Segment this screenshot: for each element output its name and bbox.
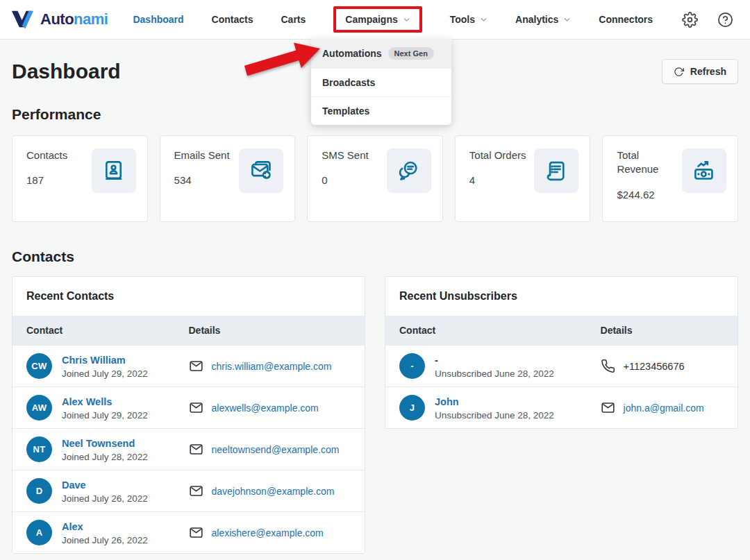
performance-cards: Contacts187Emails Sent534SMS Sent0Total … xyxy=(12,135,738,222)
stat-card-icon-box xyxy=(682,149,726,193)
top-navigation-bar: Autonami DashboardContactsCartsCampaigns… xyxy=(0,0,750,40)
contact-name-link[interactable]: Alex Wells xyxy=(62,396,112,407)
nav-item-analytics[interactable]: Analytics xyxy=(515,14,571,25)
contact-detail-value[interactable]: john.a@gmail.com xyxy=(624,402,704,414)
contact-subtext: Joined July 29, 2022 xyxy=(62,368,148,379)
column-header-details: Details xyxy=(601,325,724,336)
dropdown-item-label: Templates xyxy=(322,105,369,117)
nav-item-campaigns[interactable]: Campaigns xyxy=(345,14,410,25)
refresh-button[interactable]: Refresh xyxy=(662,59,738,84)
recent-contacts-panel: Recent ContactsContactDetailsCWChris Wil… xyxy=(12,276,365,554)
page-title: Dashboard xyxy=(12,60,121,83)
contact-name-link[interactable]: Neel Townsend xyxy=(62,438,135,449)
nav-item-tools[interactable]: Tools xyxy=(450,14,488,25)
mail-icon xyxy=(189,359,203,373)
nav-item-dashboard[interactable]: Dashboard xyxy=(133,14,183,25)
dropdown-item-templates[interactable]: Templates xyxy=(311,96,451,125)
stat-card-label: Total Revenue xyxy=(617,149,676,177)
stat-card-value: 534 xyxy=(174,174,230,186)
panel-title: Recent Unsubscribers xyxy=(385,277,738,316)
chevron-down-icon xyxy=(563,16,571,24)
nav-item-label: Campaigns xyxy=(345,14,397,25)
next-gen-badge: Next Gen xyxy=(388,47,434,60)
contact-subtext: Unsubscribed June 28, 2022 xyxy=(435,368,554,379)
mail-icon xyxy=(601,400,615,415)
dropdown-item-label: Automations xyxy=(322,48,382,59)
column-header-details: Details xyxy=(189,325,351,336)
avatar: J xyxy=(399,395,425,421)
contact-name-link[interactable]: Chris William xyxy=(62,355,126,366)
nav-item-label: Tools xyxy=(450,14,475,25)
stat-card-value: 4 xyxy=(469,174,526,186)
topbar-actions xyxy=(682,12,739,28)
stat-card-total-revenue: Total Revenue$244.62 xyxy=(602,135,738,222)
column-header-contact: Contact xyxy=(26,325,189,336)
contact-detail-value[interactable]: chris.william@example.com xyxy=(212,361,332,372)
contact-name-link[interactable]: Dave xyxy=(62,480,86,491)
nav-item-connectors[interactable]: Connectors xyxy=(599,14,653,25)
table-row: AWAlex WellsJoined July 29, 2022alexwell… xyxy=(12,387,365,428)
table-row: DDaveJoined July 26, 2022davejohnson@exa… xyxy=(12,470,365,511)
avatar: D xyxy=(26,478,52,504)
stat-card-value: $244.62 xyxy=(617,189,676,201)
gear-icon[interactable] xyxy=(682,12,698,28)
table-header-row: ContactDetails xyxy=(385,316,738,345)
stat-card-contacts: Contacts187 xyxy=(12,135,148,222)
chevron-down-icon xyxy=(403,16,410,24)
contact-subtext: Joined July 26, 2022 xyxy=(62,535,148,545)
stat-card-label: Total Orders xyxy=(469,149,526,162)
chevron-down-icon xyxy=(480,16,488,24)
campaigns-highlight-box: Campaigns xyxy=(333,6,422,33)
refresh-icon xyxy=(674,67,684,77)
nav-item-label: Connectors xyxy=(599,14,653,25)
table-row: CWChris WilliamJoined July 29, 2022chris… xyxy=(12,345,365,387)
nav-item-carts[interactable]: Carts xyxy=(281,14,306,25)
contacts-heading: Contacts xyxy=(12,248,738,265)
contact-subtext: Unsubscribed June 28, 2022 xyxy=(435,410,554,421)
avatar: A xyxy=(26,520,52,545)
address-book-icon xyxy=(101,159,126,183)
dropdown-item-label: Broadcasts xyxy=(322,77,375,88)
main-nav: DashboardContactsCartsCampaignsToolsAnal… xyxy=(133,6,653,33)
table-header-row: ContactDetails xyxy=(12,316,365,345)
nav-item-label: Dashboard xyxy=(133,14,183,25)
autonami-logo-text: Autonami xyxy=(40,10,108,28)
nav-item-label: Analytics xyxy=(515,14,558,25)
refresh-button-label: Refresh xyxy=(690,66,726,77)
contact-name-link[interactable]: Alex xyxy=(62,521,83,532)
nav-item-label: Carts xyxy=(281,14,306,25)
contact-detail-value[interactable]: davejohnson@example.com xyxy=(212,486,335,497)
table-row: AAlexJoined July 26, 2022alexishere@exam… xyxy=(12,511,365,553)
stat-card-total-orders: Total Orders4 xyxy=(455,135,591,222)
avatar: CW xyxy=(26,353,52,379)
dropdown-item-automations[interactable]: AutomationsNext Gen xyxy=(311,39,451,68)
column-header-contact: Contact xyxy=(399,325,601,336)
contact-detail-value[interactable]: neeltownsend@example.com xyxy=(212,444,340,455)
help-icon[interactable] xyxy=(717,12,733,28)
stat-card-emails-sent: Emails Sent534 xyxy=(160,135,296,222)
receipt-icon xyxy=(544,159,569,183)
stat-card-icon-box xyxy=(92,149,136,193)
table-row: NTNeel TownsendJoined July 28, 2022neelt… xyxy=(12,428,365,470)
contact-subtext: Joined July 29, 2022 xyxy=(62,410,148,421)
stat-card-label: Contacts xyxy=(26,149,67,162)
table-row: JJohnUnsubscribed June 28, 2022john.a@gm… xyxy=(385,387,738,428)
stat-card-icon-box xyxy=(387,149,431,193)
stat-card-value: 0 xyxy=(322,174,369,186)
stat-card-value: 187 xyxy=(26,174,67,186)
table-row: --Unsubscribed June 28, 2022+1123456676 xyxy=(385,345,738,387)
contact-name-link[interactable]: John xyxy=(435,396,459,407)
mail-icon xyxy=(189,484,203,498)
nav-item-contacts[interactable]: Contacts xyxy=(212,14,253,25)
contact-detail-value: +1123456676 xyxy=(624,361,685,372)
contact-detail-value[interactable]: alexishere@example.com xyxy=(212,527,324,538)
panel-title: Recent Contacts xyxy=(12,277,365,316)
contact-subtext: Joined July 28, 2022 xyxy=(62,452,148,462)
mail-icon xyxy=(189,442,203,457)
stat-card-sms-sent: SMS Sent0 xyxy=(307,135,443,222)
contact-detail-value[interactable]: alexwells@example.com xyxy=(212,402,319,414)
dropdown-item-broadcasts[interactable]: Broadcasts xyxy=(311,68,451,96)
mail-icon xyxy=(189,400,203,415)
avatar: AW xyxy=(26,395,52,421)
nav-item-label: Contacts xyxy=(212,14,253,25)
